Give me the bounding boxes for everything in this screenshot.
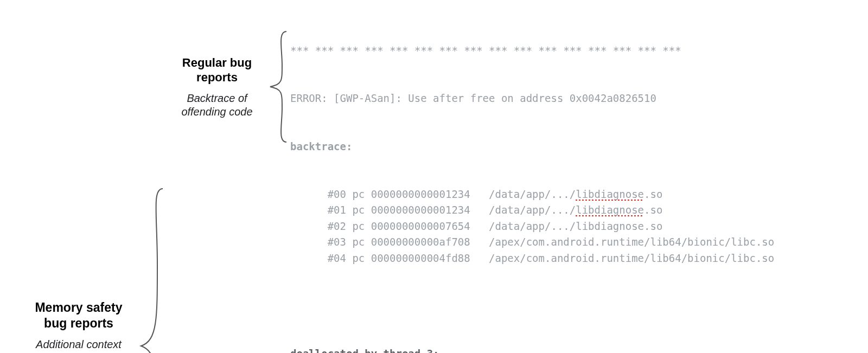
inner-subtitle: Backtrace of offending code (168, 92, 266, 119)
diagram-root: Memory safety bug reports Additional con… (22, 11, 857, 353)
brace-icon (136, 183, 168, 353)
inner-label: Regular bug reports Backtrace of offendi… (168, 55, 266, 119)
backtrace-frame: #03 pc 00000000000af708 /apex/com.androi… (290, 234, 774, 250)
dealloc-header: deallocated by thread 3: (290, 346, 774, 353)
backtrace-frame: #00 pc 0000000000001234 /data/app/.../li… (290, 187, 774, 202)
error-line: ERROR: [GWP-ASan]: Use after free on add… (290, 91, 774, 106)
brace-icon (266, 27, 290, 146)
backtrace-frame: #02 pc 0000000000007654 /data/app/.../li… (290, 219, 774, 234)
backtrace-header: backtrace: (290, 139, 774, 155)
backtrace-frame: #01 pc 0000000000001234 /data/app/.../li… (290, 202, 774, 218)
outer-label: Memory safety bug reports Additional con… (22, 300, 136, 353)
stars-line: *** *** *** *** *** *** *** *** *** *** … (290, 43, 774, 59)
backtrace-frame: #04 pc 000000000004fd88 /apex/com.androi… (290, 251, 774, 266)
outer-title: Memory safety bug reports (22, 300, 136, 331)
outer-subtitle: Additional context for allocation and de… (22, 338, 136, 353)
inner-title: Regular bug reports (168, 55, 266, 85)
code-block: *** *** *** *** *** *** *** *** *** *** … (290, 11, 774, 353)
